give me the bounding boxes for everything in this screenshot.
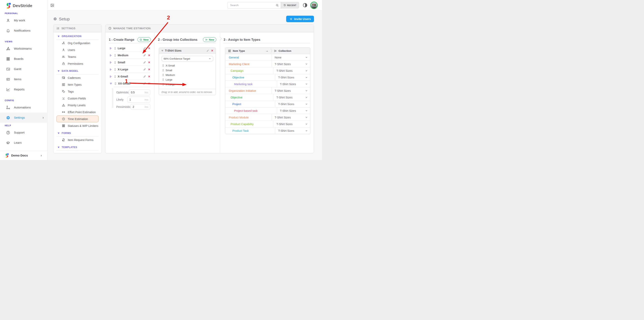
drag-handle-icon[interactable] <box>115 82 116 85</box>
sidebar-item-workstreams[interactable]: Workstreams <box>0 44 47 54</box>
drag-handle-icon[interactable] <box>114 54 116 57</box>
delete-x-icon[interactable]: ✕ <box>148 61 150 64</box>
item-type-cell[interactable]: Project <box>225 101 276 107</box>
sidebar-item-learn[interactable]: Learn <box>0 138 47 148</box>
edit-pencil-icon[interactable] <box>143 54 146 57</box>
drag-handle-icon[interactable] <box>162 78 164 81</box>
sidebar-item-reports[interactable]: Reports <box>0 84 47 94</box>
drag-handle-icon[interactable] <box>114 68 116 71</box>
settings-item-time-estimation[interactable]: Time Estimation <box>56 115 99 122</box>
sidebar-footer-demo-docs[interactable]: Demo Docs › <box>0 150 47 160</box>
recent-button[interactable]: RECENT <box>281 2 299 8</box>
drag-handle-icon[interactable] <box>114 75 116 78</box>
item-type-cell[interactable]: Organization Initiative <box>225 87 272 94</box>
edit-pencil-icon[interactable] <box>143 68 146 71</box>
collection-select[interactable]: T-Shirt Sizes <box>272 61 310 67</box>
group-data-model[interactable]: DATA MODEL <box>56 70 99 74</box>
gantt-icon <box>6 67 10 71</box>
settings-item-item-request-forms[interactable]: Item Request Forms <box>56 136 99 143</box>
item-type-cell[interactable]: Objective <box>225 74 276 81</box>
expand-triangle-icon[interactable] <box>110 75 112 78</box>
sidebar-item-my-work[interactable]: My work <box>0 15 47 26</box>
collection-select[interactable]: T-Shirt Sizes <box>274 94 310 101</box>
search-input[interactable] <box>230 4 274 7</box>
edit-pencil-icon[interactable] <box>206 49 209 52</box>
sidebar-item-gantt[interactable]: Gantt <box>0 64 47 74</box>
new-collection-button[interactable]: New <box>203 37 216 42</box>
item-type-cell[interactable]: Campaign <box>225 67 274 74</box>
item-type-cell[interactable]: General <box>225 54 272 61</box>
settings-item-permissions[interactable]: Permissions <box>56 60 99 67</box>
delete-x-icon[interactable]: ✕ <box>148 47 150 50</box>
search-field[interactable] <box>228 2 281 8</box>
delete-x-icon[interactable]: ✕ <box>211 49 213 52</box>
sidebar-item-boards[interactable]: Boards <box>0 54 47 64</box>
collection-select[interactable]: T-Shirt Sizes <box>272 114 310 121</box>
sidebar-item-support[interactable]: Support <box>0 127 47 138</box>
sidebar-item-items[interactable]: Items <box>0 74 47 84</box>
sidebar-item-automations[interactable]: Automations <box>0 102 47 112</box>
collapse-sidebar-button[interactable] <box>50 3 55 8</box>
settings-item-teams[interactable]: Teams <box>56 53 99 60</box>
collection-select[interactable]: T-Shirt Sizes <box>276 127 310 134</box>
item-type-cell[interactable]: Marketing Client <box>225 61 272 67</box>
settings-item-custom-fields[interactable]: Custom Fields <box>56 95 99 102</box>
collection-select[interactable]: T-Shirt Sizes <box>274 67 310 74</box>
drag-handle-icon[interactable] <box>162 69 164 71</box>
logo[interactable]: DevStride <box>0 0 47 9</box>
settings-item-org-configuration[interactable]: Org Configuration <box>56 40 99 47</box>
drag-handle-icon[interactable] <box>162 83 164 85</box>
expand-triangle-icon[interactable] <box>110 47 112 50</box>
collapse-triangle-icon[interactable] <box>161 50 164 52</box>
item-type-cell[interactable]: Marketing task <box>225 81 277 87</box>
theme-contrast-toggle-icon[interactable] <box>302 3 308 8</box>
drag-handle-icon[interactable] <box>114 61 116 64</box>
group-forms[interactable]: FORMS <box>56 132 99 136</box>
new-range-button[interactable]: New <box>138 37 151 42</box>
edit-pencil-icon[interactable] <box>143 82 146 85</box>
confidence-target-select[interactable]: 68% Confidence Target <box>162 56 213 61</box>
drag-handle-icon[interactable] <box>162 64 164 67</box>
collection-select[interactable]: T-Shirt Sizes <box>276 74 310 81</box>
settings-item-users[interactable]: Users <box>56 47 99 53</box>
delete-x-icon[interactable]: ✕ <box>148 54 150 57</box>
collection-select[interactable]: T-Shirt Sizes <box>272 87 310 94</box>
expand-triangle-icon[interactable] <box>110 68 112 71</box>
delete-x-icon[interactable]: ✕ <box>148 75 150 78</box>
sidebar-item-notifications[interactable]: Notifications <box>0 26 47 36</box>
settings-item-cadences[interactable]: Cadences <box>56 74 99 81</box>
item-type-cell[interactable]: Objective <box>225 94 274 101</box>
expand-triangle-icon[interactable] <box>110 54 112 57</box>
settings-item-priority-levels[interactable]: Priority Levels <box>56 102 99 109</box>
drag-handle-icon[interactable] <box>114 47 116 50</box>
collapse-triangle-icon[interactable] <box>110 83 112 85</box>
pessimistic-input[interactable]: 2 hrs <box>130 104 150 110</box>
edit-pencil-icon[interactable] <box>143 47 146 50</box>
avatar[interactable] <box>310 2 318 9</box>
collection-select[interactable]: T-Shirt Sizes <box>274 121 310 127</box>
delete-x-icon[interactable]: ✕ <box>148 82 150 85</box>
item-type-cell[interactable]: Product Module <box>225 114 272 121</box>
collection-select[interactable]: None <box>272 54 310 61</box>
edit-pencil-icon[interactable] <box>143 61 146 64</box>
group-organization[interactable]: ORGANIZATION <box>56 35 99 40</box>
item-type-cell[interactable]: Product Task <box>225 127 276 134</box>
item-type-cell[interactable]: Project-based task <box>225 107 277 114</box>
settings-item-effort-point-estimation[interactable]: Effort Point Estimation <box>56 109 99 115</box>
settings-item-item-types[interactable]: Item Types <box>56 81 99 88</box>
collection-select[interactable]: T-Shirt Sizes <box>277 81 310 87</box>
item-type-cell[interactable]: Product Capability <box>225 121 274 127</box>
expand-triangle-icon[interactable] <box>110 61 112 64</box>
invite-users-button[interactable]: Invite Users <box>286 16 314 22</box>
collection-select[interactable]: T-Shirt Sizes <box>277 107 310 114</box>
edit-pencil-icon[interactable] <box>143 75 146 78</box>
optimistic-input[interactable]: 0.5 hrs <box>129 89 150 95</box>
settings-item-tags[interactable]: Tags <box>56 88 99 95</box>
likely-input[interactable]: 1 hrs <box>127 97 150 103</box>
settings-item-statuses-wip-limiters[interactable]: Statuses & WIP Limiters <box>56 122 99 129</box>
collection-select[interactable]: T-Shirt Sizes <box>276 101 310 107</box>
group-templates[interactable]: TEMPLATES <box>56 146 99 150</box>
sidebar-item-settings[interactable]: Settings › <box>0 112 47 123</box>
delete-x-icon[interactable]: ✕ <box>148 68 150 71</box>
drag-handle-icon[interactable] <box>162 74 164 76</box>
